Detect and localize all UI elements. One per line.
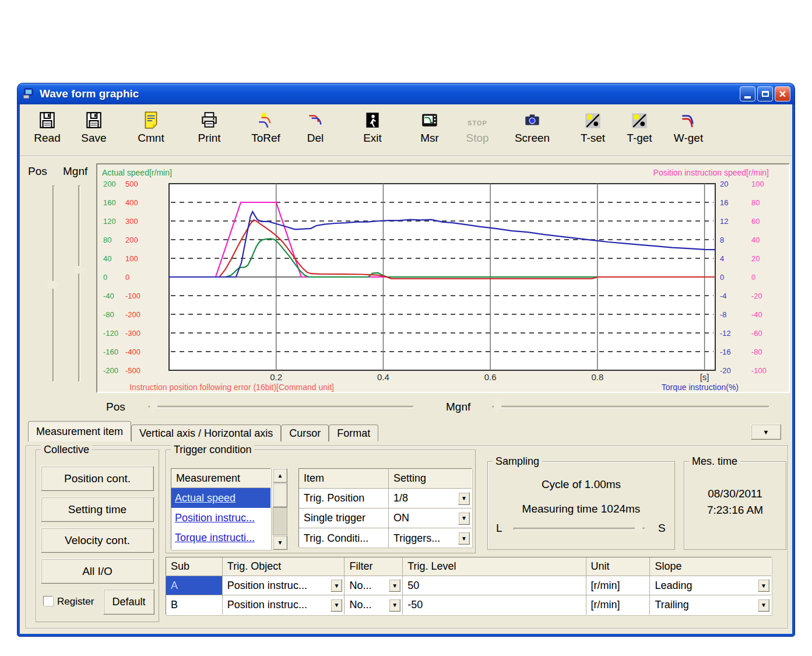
print-button[interactable]: Print [185,110,233,153]
trig-condition-value[interactable]: Triggers... [393,532,440,545]
collective-group: Collective Position cont. Setting time V… [36,450,159,622]
slope-b-value[interactable]: Trailing [655,599,688,611]
svg-text:-160: -160 [103,348,118,356]
svg-text:Torque instruction(%): Torque instruction(%) [662,383,739,392]
title-bar: Wave form graphic ✕ [17,83,795,104]
minimize-button[interactable] [740,86,755,101]
svg-text:-60: -60 [751,329,762,338]
save-button[interactable]: Save [70,110,118,153]
delete-curves-icon [305,110,326,131]
trig-position-value[interactable]: 1/8 [393,492,408,504]
trig-object-a-value[interactable]: Position instruc... [227,580,307,592]
screen-button[interactable]: Screen [508,110,556,153]
wget-button[interactable]: W-get [665,110,712,153]
measure-button[interactable]: Msr [406,110,454,153]
svg-text:0: 0 [751,273,755,282]
measurement-list-header: Measurement [171,469,270,488]
maximize-button[interactable] [757,86,773,101]
trig-condition-dropdown-button[interactable]: ▼ [458,532,470,545]
register-checkbox[interactable] [43,596,53,606]
slope-a-dropdown-button[interactable]: ▼ [758,579,769,592]
scroll-up-button[interactable]: ▲ [273,468,287,483]
pos-horizontal-slider-thumb[interactable] [150,399,157,413]
pos-horizontal-slider-track[interactable] [149,406,414,408]
trig-object-b-value[interactable]: Position instruc... [227,599,307,611]
svg-text:8: 8 [720,236,724,244]
filter-a-value[interactable]: No... [349,580,371,592]
trig-level-b-field[interactable]: -50 [403,595,586,615]
printer-icon [199,110,220,131]
dropdown-arrow-icon: ▼ [461,535,467,542]
tget-button[interactable]: T-get [616,110,663,153]
toref-button[interactable]: ToRef [242,110,290,153]
mgnf-vertical-slider-track[interactable] [78,185,80,382]
app-icon [22,87,35,100]
pos-vertical-slider-thumb[interactable] [47,281,60,289]
comment-button[interactable]: Cmnt [127,110,175,153]
setting-time-button[interactable]: Setting time [41,497,154,522]
sampling-slider-thumb[interactable] [635,520,642,535]
measurement-item-actual-speed[interactable]: Actual speed [171,488,270,508]
trig-object-b-dropdown-button[interactable]: ▼ [331,599,342,612]
delete-button[interactable]: Del [291,110,339,153]
scrollbar-thumb[interactable] [273,483,287,507]
tab-vertical-horizontal-axis[interactable]: Vertical axis / Horizontal axis [131,425,281,441]
comment-label: Cmnt [138,132,164,145]
measurement-list-scrollbar: ▲ ▼ [273,468,287,550]
filter-b-dropdown-button[interactable]: ▼ [389,599,400,612]
slope-b-dropdown-button[interactable]: ▼ [758,599,769,612]
dropdown-arrow-icon: ▼ [761,583,767,589]
tab-measurement-item[interactable]: Measurement item [28,421,131,441]
svg-text:100: 100 [125,254,138,263]
slope-a-value[interactable]: Leading [655,580,692,592]
svg-text:-400: -400 [125,348,140,356]
measurement-item-position-instruction[interactable]: Position instruc... [171,508,270,528]
sub-a-cell[interactable]: A [166,576,223,595]
window-body: Read Save Cmnt Print ToRef [20,104,792,634]
measurement-item-torque-instruction[interactable]: Torque instructi... [171,528,270,548]
chevron-down-icon: ▼ [763,429,769,436]
app-window: Wave form graphic ✕ Read Save Cmn [17,83,795,636]
velocity-cont-button[interactable]: Velocity cont. [41,528,154,553]
mgnf-horizontal-slider-thumb[interactable] [494,399,501,413]
single-trigger-dropdown-button[interactable]: ▼ [458,512,470,525]
tset-button[interactable]: T-set [569,110,617,153]
trig-position-dropdown-button[interactable]: ▼ [458,492,470,505]
read-button[interactable]: Read [23,110,71,153]
tab-format[interactable]: Format [329,425,378,441]
trig-object-a-dropdown-button[interactable]: ▼ [331,579,342,592]
single-trigger-value[interactable]: ON [393,512,409,524]
close-button[interactable]: ✕ [775,86,790,101]
mgnf-vertical-slider-thumb[interactable] [73,266,86,273]
svg-text:-80: -80 [103,310,114,319]
dropdown-arrow-icon: ▼ [761,602,767,608]
mgnf-vertical-slider-label: Mgnf [63,165,87,178]
unit-b-value: [r/min] [586,595,651,615]
position-cont-button[interactable]: Position cont. [41,466,154,491]
sampling-slider-track[interactable] [514,528,645,530]
stop-button: STOP Stop [454,110,501,153]
sub-b-cell[interactable]: B [166,595,223,615]
trig-level-a-field[interactable]: 50 [403,576,586,595]
tab-overflow-dropdown-button[interactable]: ▼ [751,424,781,440]
trigger-sub-table: Sub Trig. Object Filter Trig. Level Unit… [166,557,772,615]
tab-cursor[interactable]: Cursor [281,425,329,441]
filter-a-dropdown-button[interactable]: ▼ [389,579,400,592]
default-button[interactable]: Default [103,589,154,615]
svg-text:200: 200 [125,236,138,244]
exit-button[interactable]: Exit [349,110,396,153]
svg-text:Actual speed[r/min]: Actual speed[r/min] [102,168,172,177]
sampling-slider-left-label: L [496,522,502,535]
svg-text:40: 40 [103,254,111,263]
filter-b-value[interactable]: No... [349,599,371,611]
scroll-down-button[interactable]: ▼ [273,535,287,550]
svg-text:0.4: 0.4 [377,372,389,382]
svg-text:-300: -300 [125,329,140,338]
mgnf-horizontal-slider-track[interactable] [493,406,769,408]
dropdown-arrow-icon: ▼ [392,602,398,608]
svg-text:4: 4 [720,254,724,263]
all-io-button[interactable]: All I/O [41,559,154,584]
scrollbar-track[interactable] [273,507,287,535]
svg-text:300: 300 [125,217,138,226]
wave-get-curves-icon [678,110,699,131]
